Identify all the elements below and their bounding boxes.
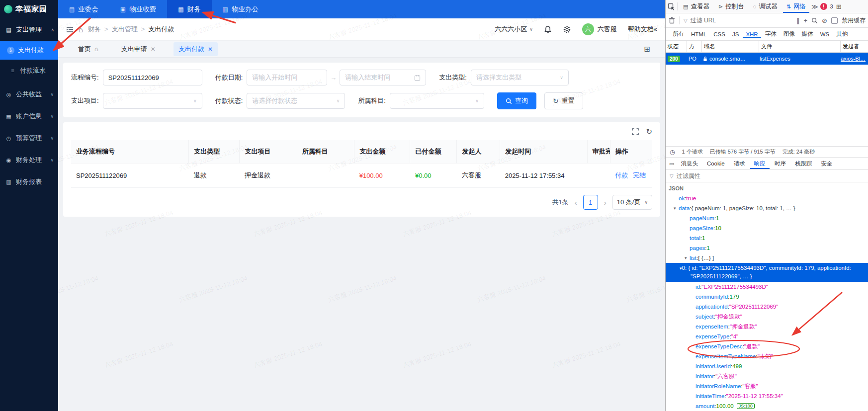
user-menu[interactable]: 六 六客服	[582, 23, 617, 35]
detail-tab-timings[interactable]: 时序	[771, 159, 790, 169]
sidebar-item-public-income[interactable]: ◎ 公共收益 ∨	[0, 85, 58, 104]
json-row-total[interactable]: total1	[666, 233, 868, 243]
filter-js[interactable]: JS	[729, 30, 742, 38]
filter-properties-input[interactable]: ▽ 过滤属性	[666, 170, 868, 182]
json-row-data[interactable]: ▾ data{ pageNum: 1, pageSize: 10, total:…	[666, 203, 868, 213]
sidebar-item-expense-payment[interactable]: 支 支出付款	[0, 41, 58, 60]
tab-layout-grid-icon[interactable]: ⊞	[644, 45, 650, 54]
sidebar-item-budget-management[interactable]: ◷ 预算管理 ∨	[0, 129, 58, 148]
detail-tab-security[interactable]: 安全	[817, 159, 836, 169]
col-domain[interactable]: 域名	[702, 41, 759, 52]
col-initiator[interactable]: 发起者	[841, 41, 868, 52]
date-end-input[interactable]: 请输入结束时间	[340, 70, 426, 85]
detail-tab-response[interactable]: 响应	[750, 159, 770, 169]
request-row-selected[interactable]: 200 PO console.sma… listExpenses axios-B…	[666, 53, 868, 65]
filter-html[interactable]: HTML	[688, 30, 709, 38]
finish-action-link[interactable]: 完结	[633, 171, 646, 179]
filter-fonts[interactable]: 字体	[762, 29, 780, 39]
tab-expense-payment[interactable]: 支出付款 ✕	[174, 42, 218, 56]
json-row-list-item-0-selected[interactable]: ▾0: { id: "EXP251112175534493D", communi…	[666, 263, 868, 282]
pick-element-icon[interactable]	[668, 3, 675, 10]
detail-tab-headers[interactable]: 消息头	[677, 159, 702, 169]
collapse-menu-icon[interactable]	[66, 26, 74, 33]
nav-item-property-fees[interactable]: ▣ 物业收费	[109, 0, 167, 18]
json-row-amount[interactable]: amount100.00JS:100	[666, 401, 868, 411]
sidebar-item-payment-flow[interactable]: ≡ 付款流水	[0, 61, 58, 80]
sidebar-item-account-info[interactable]: ▦ 账户信息 ∨	[0, 107, 58, 126]
filter-all[interactable]: 所有	[670, 29, 687, 39]
search-button[interactable]: 查询	[497, 92, 536, 109]
json-row-expenseType[interactable]: expenseType"4"	[666, 331, 868, 341]
close-icon[interactable]: ✕	[208, 46, 213, 53]
filter-images[interactable]: 图像	[781, 29, 798, 39]
json-row-list[interactable]: ▾ list[ {…} ]	[666, 253, 868, 263]
json-row-subject[interactable]: subject"押金退款"	[666, 312, 868, 322]
dock-icon[interactable]: ⊞	[836, 3, 842, 10]
col-file[interactable]: 文件	[759, 41, 841, 52]
panel-toggle-icon[interactable]: ▭	[669, 161, 674, 167]
prev-page-icon[interactable]: ‹	[575, 198, 577, 207]
json-row-id[interactable]: id"EXP251112175534493D"	[666, 282, 868, 292]
json-row-initiateTime[interactable]: initiateTime"2025-11-12 17:55:34"	[666, 391, 868, 401]
bell-icon[interactable]	[544, 25, 552, 34]
pay-action-link[interactable]: 付款	[615, 171, 628, 179]
tab-expense-apply[interactable]: 支出申请 ✕	[116, 42, 161, 56]
pay-status-select[interactable]: 请选择付款状态 ∨	[247, 93, 345, 109]
subject-select[interactable]: ∨	[390, 93, 484, 109]
col-method[interactable]: 方	[687, 41, 702, 52]
filter-css[interactable]: CSS	[710, 30, 728, 38]
expand-triangle-icon[interactable]: ▾	[674, 206, 679, 211]
expense-type-select[interactable]: 请选择支出类型 ∨	[471, 70, 569, 85]
nav-item-owners-committee[interactable]: ▤ 业委会	[58, 0, 109, 18]
block-icon[interactable]: ⊘	[822, 17, 827, 24]
community-selector[interactable]: 六六六小区∨	[495, 25, 533, 34]
refresh-icon[interactable]: ↻	[646, 128, 652, 135]
json-row-initiator[interactable]: initiator"六客服"	[666, 371, 868, 381]
more-tabs-icon[interactable]: ≫	[811, 3, 818, 10]
expense-item-select[interactable]: ∨	[103, 93, 202, 109]
devtools-tab-console[interactable]: ⊳ 控制台	[715, 0, 748, 13]
json-row-communityId[interactable]: communityId179	[666, 292, 868, 302]
json-row-applicationId[interactable]: applicationId"SP202511122069"	[666, 302, 868, 312]
json-row-pages[interactable]: pages1	[666, 243, 868, 253]
page-size-select[interactable]: 10 条/页 ∨	[612, 195, 652, 210]
flow-no-input[interactable]: SP202511122069	[103, 70, 202, 85]
detail-tab-request[interactable]: 请求	[730, 159, 749, 169]
json-row-ok[interactable]: oktrue	[666, 193, 868, 203]
home-icon[interactable]: ⌂	[79, 25, 83, 34]
clear-requests-icon[interactable]	[669, 17, 675, 24]
request-initiator-link[interactable]: axios-Bl…	[839, 53, 868, 65]
gear-icon[interactable]	[563, 25, 571, 34]
json-row-initiatorRoleName[interactable]: initiatorRoleName"客服"	[666, 381, 868, 391]
next-page-icon[interactable]: ›	[604, 198, 607, 207]
json-row-expenseItem[interactable]: expenseItem"押金退款"	[666, 322, 868, 331]
nav-item-property-office[interactable]: ▥ 物业办公	[212, 0, 269, 18]
filter-xhr[interactable]: XHR	[743, 30, 761, 38]
json-row-expenseItemTypeName[interactable]: expenseItemTypeName"未知"	[666, 351, 868, 361]
devtools-tab-debugger[interactable]: ◌ 调试器	[750, 0, 781, 13]
filter-media[interactable]: 媒体	[799, 29, 816, 39]
devtools-tab-network[interactable]: ⇅ 网络	[783, 0, 809, 13]
sidebar-item-finance-report[interactable]: ▥ 财务报表	[0, 172, 58, 191]
pause-icon[interactable]: ∥	[796, 17, 800, 24]
expand-triangle-icon[interactable]: ▾	[685, 255, 690, 260]
filter-ws[interactable]: WS	[817, 30, 833, 38]
close-icon[interactable]: ✕	[151, 46, 156, 53]
help-docs-link[interactable]: 帮助文档«	[628, 25, 657, 34]
tab-home[interactable]: 首页 ⌂	[73, 42, 103, 56]
col-status[interactable]: 状态	[666, 41, 687, 52]
search-icon[interactable]	[811, 17, 818, 24]
page-number[interactable]: 1	[583, 195, 598, 210]
json-row-pageNum[interactable]: pageNum1	[666, 213, 868, 223]
disable-cache-checkbox[interactable]	[831, 17, 838, 24]
json-row-initiatorUserId[interactable]: initiatorUserId499	[666, 361, 868, 371]
error-badge-icon[interactable]: !	[820, 3, 827, 10]
filter-url-input[interactable]: ▽ 过滤 URL	[684, 16, 792, 25]
sidebar-group-expense-management[interactable]: ▤ 支出管理 ∧	[0, 18, 58, 39]
detail-tab-stacktrace[interactable]: 栈跟踪	[791, 159, 816, 169]
sidebar-item-finance-processing[interactable]: ◉ 财务处理 ∨	[0, 151, 58, 169]
detail-tab-cookie[interactable]: Cookie	[703, 159, 729, 168]
date-start-input[interactable]: 请输入开始时间	[247, 70, 327, 85]
fullscreen-icon[interactable]	[632, 128, 639, 135]
reset-button[interactable]: ↻ 重置	[544, 92, 583, 109]
